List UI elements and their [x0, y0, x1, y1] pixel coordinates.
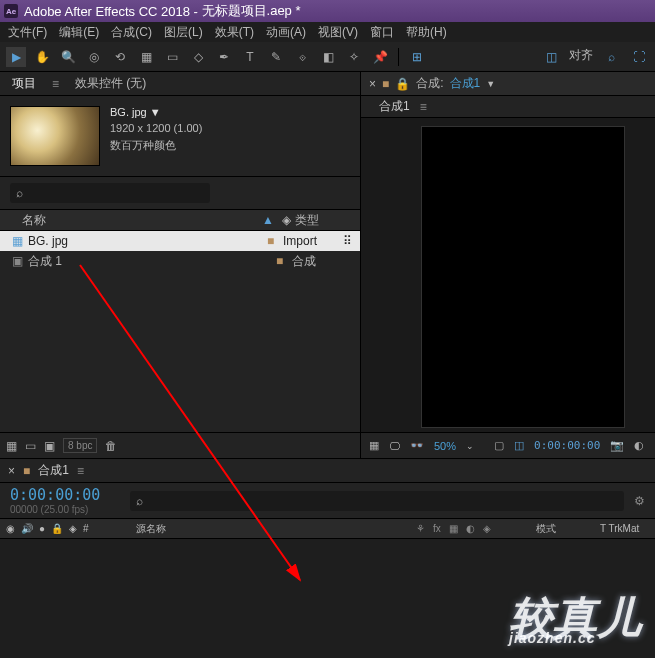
timeline-layers-area[interactable]	[0, 539, 655, 658]
grid-icon[interactable]: ▢	[494, 439, 504, 452]
trash-icon[interactable]: 🗑	[105, 439, 117, 453]
orbit-tool-icon[interactable]: ◎	[84, 47, 104, 67]
zoom-tool-icon[interactable]: 🔍	[58, 47, 78, 67]
sort-arrow-icon[interactable]: ▲	[262, 213, 274, 227]
close-tab-icon[interactable]: ×	[369, 77, 376, 91]
menu-window[interactable]: 窗口	[366, 22, 398, 43]
pen-tool-icon[interactable]: ✒	[214, 47, 234, 67]
project-list[interactable]: ▦ BG. jpg ■ Import ⠿ ▣ 合成 1 ■ 合成	[0, 231, 360, 432]
subtab-comp[interactable]: 合成1	[373, 96, 416, 117]
solo-column-icon[interactable]: ●	[39, 523, 45, 534]
close-tab-icon[interactable]: ×	[8, 464, 15, 478]
comp-name[interactable]: 合成1	[450, 75, 481, 92]
timeline-search-input[interactable]: ⌕	[130, 491, 624, 511]
eye-column-icon[interactable]: ◉	[6, 523, 15, 534]
project-footer: ▦ ▭ ▣ 8 bpc 🗑	[0, 432, 360, 458]
menubar: 文件(F) 编辑(E) 合成(C) 图层(L) 效果(T) 动画(A) 视图(V…	[0, 22, 655, 42]
lock-column-icon[interactable]: 🔒	[51, 523, 63, 534]
camera-tool-icon[interactable]: ▦	[136, 47, 156, 67]
mask-icon[interactable]: 👓	[410, 439, 424, 452]
search-help-icon[interactable]: ⌕	[601, 47, 621, 67]
zoom-value[interactable]: 50%	[434, 440, 456, 452]
asset-thumbnail	[10, 106, 100, 166]
local-axis-icon[interactable]: ⊞	[407, 47, 427, 67]
lock-icon[interactable]: 🔒	[395, 77, 410, 91]
text-tool-icon[interactable]: T	[240, 47, 260, 67]
adjustment-icon[interactable]: ◐	[466, 523, 475, 534]
toolbar: ▶ ✋ 🔍 ◎ ⟲ ▦ ▭ ◇ ✒ T ✎ ⟐ ◧ ✧ 📌 ⊞ ◫ 对齐 ⌕ ⛶	[0, 42, 655, 72]
source-name-column[interactable]: 源名称	[130, 522, 410, 536]
panel-menu-icon[interactable]: ≡	[52, 77, 59, 91]
index-column-icon[interactable]: #	[83, 523, 89, 534]
label-swatch-icon[interactable]: ■	[276, 254, 292, 268]
3d-icon[interactable]: ◈	[483, 523, 491, 534]
bit-depth[interactable]: 8 bpc	[63, 438, 97, 453]
folder-structure-icon[interactable]: ⠿	[343, 234, 352, 248]
composition-icon: ▣	[8, 254, 26, 268]
timeline-options-icon[interactable]: ⚙	[634, 494, 645, 508]
puppet-tool-icon[interactable]: 📌	[370, 47, 390, 67]
tag-icon[interactable]: ◈	[282, 213, 291, 227]
item-type: 合成	[292, 253, 352, 270]
magnification-icon[interactable]: ▦	[369, 439, 379, 452]
timeline-columns-header: ◉ 🔊 ● 🔒 ◈ # 源名称 ⚘ fx ▦ ◐ ◈ 模式 T TrkMat	[0, 519, 655, 539]
panel-menu-icon[interactable]: ≡	[420, 100, 427, 114]
rotation-tool-icon[interactable]: ⟲	[110, 47, 130, 67]
tab-project[interactable]: 项目	[8, 73, 40, 94]
asset-dimensions: 1920 x 1200 (1.00)	[110, 122, 202, 134]
shy-icon[interactable]: ⚘	[416, 523, 425, 534]
menu-composition[interactable]: 合成(C)	[107, 22, 156, 43]
composition-viewer[interactable]	[421, 126, 625, 428]
brush-tool-icon[interactable]: ✎	[266, 47, 286, 67]
snapshot-icon[interactable]: 📷	[610, 439, 624, 452]
menu-file[interactable]: 文件(F)	[4, 22, 51, 43]
align-label[interactable]: 对齐	[569, 47, 593, 67]
shape-tool-icon[interactable]: ◇	[188, 47, 208, 67]
hand-tool-icon[interactable]: ✋	[32, 47, 52, 67]
show-channel-icon[interactable]: ◐	[634, 439, 644, 452]
app-logo-icon: Ae	[4, 4, 18, 18]
menu-help[interactable]: 帮助(H)	[402, 22, 451, 43]
label-swatch-icon[interactable]: ■	[267, 234, 283, 248]
chevron-down-icon[interactable]: ⌄	[466, 441, 474, 451]
motion-blur-icon[interactable]: ▦	[449, 523, 458, 534]
safe-zone-icon[interactable]: ◫	[514, 439, 524, 452]
column-type[interactable]: 类型	[295, 212, 319, 229]
label-column-icon[interactable]: ◈	[69, 523, 77, 534]
mode-column[interactable]: 模式	[530, 522, 590, 536]
menu-view[interactable]: 视图(V)	[314, 22, 362, 43]
fx-icon[interactable]: fx	[433, 523, 441, 534]
current-time[interactable]: 0:00:00:00	[10, 486, 100, 504]
eraser-tool-icon[interactable]: ◧	[318, 47, 338, 67]
comp-color-swatch-icon: ■	[382, 77, 389, 91]
menu-effect[interactable]: 效果(T)	[211, 22, 258, 43]
project-search-input[interactable]: ⌕	[10, 183, 210, 203]
tab-effect-controls[interactable]: 效果控件 (无)	[71, 73, 150, 94]
item-name: 合成 1	[26, 253, 276, 270]
new-comp-icon[interactable]: ▣	[44, 439, 55, 453]
trkmat-column[interactable]: T TrkMat	[590, 523, 639, 534]
comp-label: 合成:	[416, 75, 443, 92]
snap-icon[interactable]: ◫	[541, 47, 561, 67]
menu-layer[interactable]: 图层(L)	[160, 22, 207, 43]
panel-menu-icon[interactable]: ≡	[77, 464, 84, 478]
column-name[interactable]: 名称	[8, 212, 262, 229]
search-icon: ⌕	[16, 186, 23, 200]
menu-edit[interactable]: 编辑(E)	[55, 22, 103, 43]
menu-animation[interactable]: 动画(A)	[262, 22, 310, 43]
chevron-down-icon[interactable]: ▼	[486, 79, 495, 89]
roto-tool-icon[interactable]: ✧	[344, 47, 364, 67]
anchor-tool-icon[interactable]: ▭	[162, 47, 182, 67]
resolution-icon[interactable]: 🖵	[389, 440, 400, 452]
clone-tool-icon[interactable]: ⟐	[292, 47, 312, 67]
interpret-footage-icon[interactable]: ▦	[6, 439, 17, 453]
titlebar: Ae Adobe After Effects CC 2018 - 无标题项目.a…	[0, 0, 655, 22]
selection-tool-icon[interactable]: ▶	[6, 47, 26, 67]
list-item[interactable]: ▦ BG. jpg ■ Import ⠿	[0, 231, 360, 251]
timecode[interactable]: 0:00:00:00	[534, 439, 600, 452]
expand-icon[interactable]: ⛶	[629, 47, 649, 67]
audio-column-icon[interactable]: 🔊	[21, 523, 33, 534]
list-item[interactable]: ▣ 合成 1 ■ 合成	[0, 251, 360, 271]
new-folder-icon[interactable]: ▭	[25, 439, 36, 453]
timeline-tab[interactable]: 合成1	[38, 462, 69, 479]
